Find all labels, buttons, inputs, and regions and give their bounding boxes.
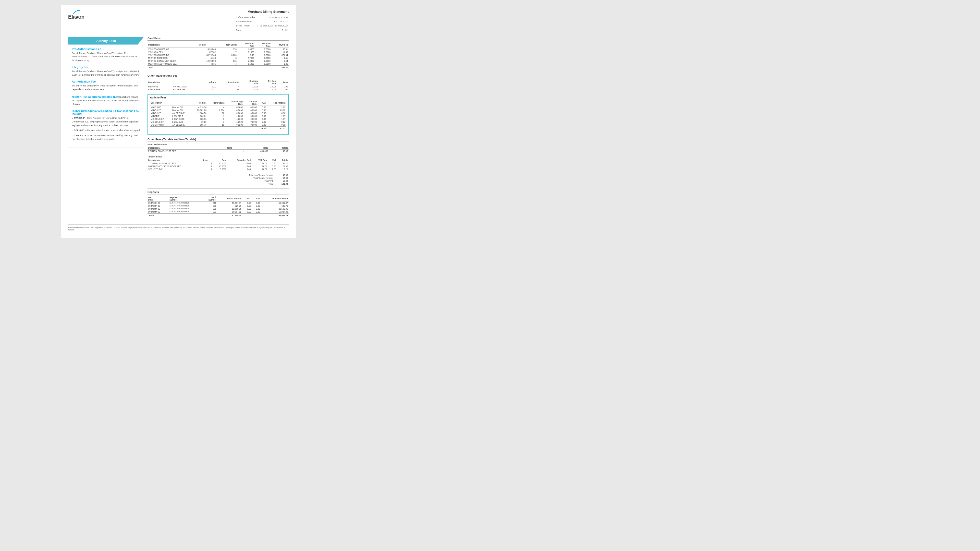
deposits-batch-total: 97,905.24 (217, 213, 242, 217)
header-right: Merchant Billing Statement Reference Num… (235, 10, 289, 32)
logo-text: Elavon (68, 14, 84, 20)
col-funded-amount: Funded Amount (261, 196, 289, 202)
total-taxable-row: Total Taxable Amount 50.00 (148, 176, 289, 179)
fee-section-integrity: Integrity Fee For all MasterCard and Mae… (72, 66, 140, 77)
header-meta-table: Reference Number : 00300-920041138 State… (235, 15, 289, 32)
divider-1 (148, 72, 289, 72)
non-taxable-header-row: Description Items Rate Totals (148, 146, 289, 149)
total-non-taxable-row: Total Non-Taxable Amount 40.00 (148, 174, 289, 176)
list-item: MC CONS CRL DEL SUB10.8011.20000.00000.0… (150, 121, 286, 124)
total-taxable-label: Total Taxable Amount (148, 176, 274, 179)
col-item-count: Item Count (216, 42, 237, 48)
activity-fees-sidebar: Activity Fees Pre-Authorisation Fee For … (68, 37, 144, 148)
list-item: VISA CONSUMER CR4,993.441761.38000.00006… (148, 48, 289, 51)
list-item: MC CR AUTHAX DECLINE805.76190.02000.0000… (150, 124, 286, 127)
deposits-totals-label: Totals (148, 213, 169, 217)
grand-total-label: Total (148, 183, 274, 186)
total-non-taxable-label: Total Non-Taxable Amount (148, 174, 274, 176)
fee-section-higher-risk-include: Higher Risk Additional Loading (L) Trans… (72, 110, 140, 141)
col-desc2 (172, 79, 200, 85)
col-pct-rate: PercentageRate (225, 100, 243, 106)
deposits-funded-total: 97,905.24 (261, 213, 289, 217)
list-item: PCI NON-COMPLIANCE FEE140.000040.00 (148, 149, 289, 152)
list-item: VISA CONSUMER DB80,792.433,2200.460.0000… (148, 54, 289, 57)
activity-fees-table: Description Volume Item Count Percentage… (150, 100, 286, 130)
fee-desc-integrity: For all MasterCard and Maestro Card Type… (72, 70, 140, 77)
col-items: Items (226, 146, 245, 149)
deposits-totals-row: Totals 97,905.24 97,905.24 (148, 213, 289, 217)
list-item: MCARD/MAESTRO NON-EEA40.3543.10000.00001… (148, 62, 289, 66)
list-item: VI DB AUTHDIAL AUTH73,962.232,9940.00000… (150, 109, 286, 112)
col-description: Description (148, 159, 202, 162)
total-taxable-value: 50.00 (274, 176, 289, 179)
other-transaction-table: Description Volume Item Count DiscountRa… (148, 79, 289, 91)
list-item: M/CARD CONSUMER DEBIT19,693.508151.38000… (148, 59, 289, 62)
list-item: 00-Month-00EMS401050100422316800620.700.… (148, 205, 289, 207)
col-payment-number: PaymentNumber (169, 196, 202, 202)
stmt-label: Statement Date (235, 20, 256, 23)
other-transaction-title: Other Transaction Fees (148, 74, 289, 78)
col-vat: VAT (258, 100, 267, 106)
col-totals: Totals (277, 159, 289, 162)
col-item-count: Item Count (217, 79, 240, 85)
col-description: Description (148, 42, 198, 48)
card-fees-body: VISA CONSUMER CR4,993.441761.38000.00006… (148, 48, 289, 69)
fee-title-auth: Authorisation Fee (72, 80, 140, 83)
col-vat: VAT (252, 196, 261, 202)
deposits-title: Deposits (148, 191, 289, 194)
activity-fees-body: VI CR AUTHDIAL AUTH4,013.7040.00000.0300… (150, 106, 286, 126)
fee-desc-higher-risk: Higher Risk additional loading (L) trans… (72, 95, 140, 106)
list-item: TERMINAL RENTAL - TYPE 1126.000026.0020.… (148, 162, 289, 165)
header: Elavon Merchant Billing Statement Refere… (68, 10, 289, 32)
fee-item-lcnpn3ds: L CNP N3DS - Card Not Present not secure… (72, 134, 140, 141)
col-rate: Rate (213, 159, 227, 162)
non-taxable-label: Non-Taxable Items (148, 143, 289, 146)
fee-title-higher-risk-include: Higher Risk Additional Loading (L) Trans… (72, 110, 140, 115)
col-per-item-rate: Per ItemRate (243, 100, 258, 106)
col-volume: Volume (192, 100, 207, 106)
col-volume: Volume (200, 79, 217, 85)
col-fees: Fees (277, 79, 289, 85)
col-msc-fee: MSC Fee (271, 42, 289, 48)
fee-desc-auth: Set out in the Schedule of Fees in secti… (72, 84, 140, 91)
col-batch-amount: Batch Amount (217, 196, 242, 202)
col-per-item-rate: Per ItemRate (259, 79, 277, 85)
taxable-label: Taxable Items (148, 156, 289, 158)
col-batch-date: BatchDate (148, 196, 169, 202)
other-transaction-section: Other Transaction Fees Description Volum… (148, 74, 289, 91)
page-value: 2 of 2 (259, 28, 288, 32)
col-desc2 (172, 100, 192, 106)
taxable-body: TERMINAL RENTAL - TYPE 1126.000026.0020.… (148, 162, 289, 171)
fee-section-auth: Authorisation Fee Set out in the Schedul… (72, 80, 140, 91)
billing-value: 01-Oct-2022 - 31-Oct-2022 (259, 24, 288, 27)
left-sidebar: Activity Fees Pre-Authorisation Fee For … (68, 37, 144, 220)
fee-section-higher-risk: Higher Risk additional loading (L) trans… (72, 95, 140, 106)
divider-deposits (148, 188, 289, 189)
ref-label: Reference Number (235, 16, 256, 19)
billing-label: Billing Period (235, 24, 256, 27)
deposits-table: BatchDate PaymentNumber BatchNumber Batc… (148, 196, 289, 217)
main-layout: Activity Fees Pre-Authorisation Fee For … (68, 37, 289, 220)
col-vat: VAT (268, 159, 277, 162)
activity-fees-total-row: Total 97.11 (150, 126, 286, 130)
total-vat-row: Total VAT 10.00 (148, 179, 289, 183)
list-item: M/CARD BUSINESS51.2332.75000.00001.41 (148, 57, 289, 59)
col-rate: Rate (245, 146, 269, 149)
list-item: 00-Month-00EMS40105010042231671855,691.3… (148, 201, 289, 205)
right-content: Card Fees Description Volume Item Count … (148, 37, 289, 220)
list-item: VI CR AUTHDIAL AUTH4,013.7040.00000.0300… (150, 106, 286, 109)
list-item: VI DEBITL SW SIG P160.6111.20000.00000.0… (150, 114, 286, 118)
col-desc: Description (148, 79, 172, 85)
taxable-table: Description Items Rate Extended Amt VAT … (148, 159, 289, 171)
list-item: 00-Month-00EMS40105010042231629319,087.8… (148, 210, 289, 214)
col-discount-rate: DiscountRate (240, 79, 259, 85)
col-per-item-rate: Per ItemRate (255, 42, 271, 48)
deposits-section: Deposits BatchDate PaymentNumber BatchNu… (148, 191, 289, 217)
logo-area: Elavon (68, 10, 84, 20)
col-volume: Volume (198, 42, 216, 48)
ref-value: 00300-920041138 (259, 16, 288, 19)
col-fee-amount: Fee Amount (267, 100, 286, 106)
fee-title-integrity: Integrity Fee (72, 66, 140, 68)
fee-item-ldelsub: L DEL SUB - File submitted 2 days or mor… (72, 129, 140, 132)
total-vat-label: Total VAT (148, 179, 274, 183)
